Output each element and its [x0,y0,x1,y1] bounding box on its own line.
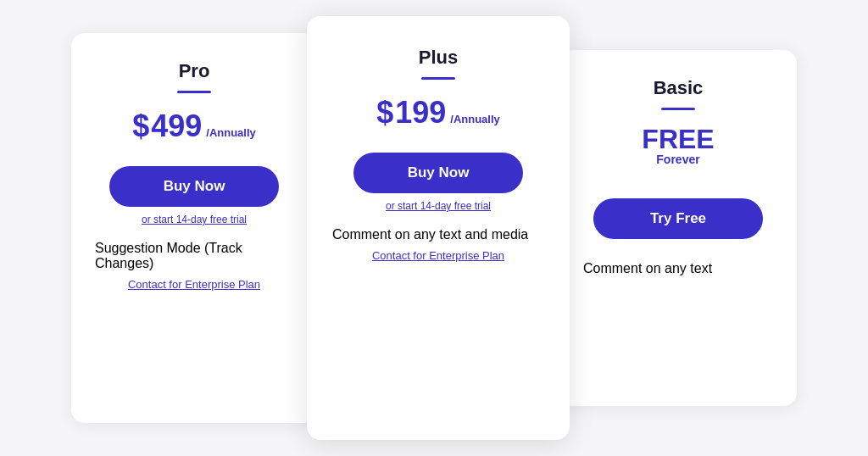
basic-price-block: FREE Forever [642,125,714,180]
pricing-section: Pro $ 499 /Annually Buy Now or start 14-… [27,16,841,440]
basic-free-sub: Forever [656,153,699,166]
pro-price-period: /Annually [206,126,256,139]
plus-buy-button[interactable]: Buy Now [353,153,523,193]
pro-buy-button[interactable]: Buy Now [109,166,279,207]
pro-price-amount: 499 [151,108,202,144]
plus-feature-list: Comment on any text and media [332,227,544,242]
plus-title: Plus [419,47,458,69]
plus-trial-link[interactable]: or start 14-day free trial [386,200,491,212]
pro-card: Pro $ 499 /Annually Buy Now or start 14-… [71,33,317,423]
pro-price-dollar: $ [132,108,149,144]
basic-title: Basic [654,77,704,99]
plus-price-row: $ 199 /Annually [376,95,500,131]
plus-card: Plus $ 199 /Annually Buy Now or start 14… [307,16,570,440]
pro-trial-link[interactable]: or start 14-day free trial [142,214,247,225]
pro-title-underline [177,91,211,93]
pro-feature-list: Suggestion Mode (Track Changes) [95,241,293,271]
basic-try-button[interactable]: Try Free [593,198,763,239]
pro-title: Pro [179,60,210,82]
pro-enterprise-link[interactable]: Contact for Enterprise Plan [128,278,260,291]
basic-card: Basic FREE Forever Try Free Comment on a… [559,50,797,406]
pro-price-row: $ 499 /Annually [132,108,256,144]
basic-feature-list: Comment on any text [583,261,773,276]
plus-price-period: /Annually [450,113,500,125]
plus-enterprise-link[interactable]: Contact for Enterprise Plan [372,249,504,262]
basic-free-text: FREE [642,125,714,153]
plus-title-underline [421,77,455,80]
basic-title-underline [661,108,695,110]
plus-price-block: $ 199 /Annually [376,95,500,134]
plus-price-dollar: $ [376,95,393,131]
pro-price-block: $ 499 /Annually [132,108,256,147]
plus-price-amount: 199 [395,95,446,131]
